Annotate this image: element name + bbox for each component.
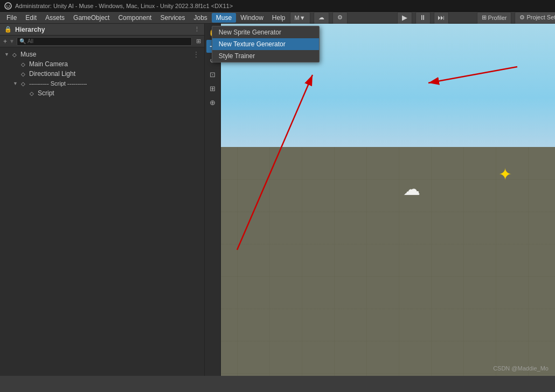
menu-file[interactable]: File [2,13,21,23]
hierarchy-header: 🔒 Hierarchy ⋮ [0,24,204,36]
step-icon: ⏭ [438,13,445,22]
hierarchy-search[interactable]: 🔍 All [17,37,192,46]
main-layout: 🔒 Hierarchy ⋮ + ▼ 🔍 All ⊞ ▼ ◇ Muse ⋮ [0,24,555,376]
hierarchy-title: Hierarchy [15,26,45,33]
title-bar: U Administrator: Unity AI - Muse - Windo… [0,0,555,12]
camera-node-icon: ◇ [19,60,27,68]
account-label: M▼ [295,15,306,21]
settings-button[interactable]: ⚙ [332,12,348,24]
project-settings-button[interactable]: ⚙ Project Settings [515,12,555,24]
menu-edit[interactable]: Edit [21,13,41,23]
script-sep-icon: ◇ [19,80,27,87]
menu-bar: File Edit Assets GameObject Component Se… [0,12,555,24]
search-placeholder: All [27,38,33,44]
pause-button[interactable]: ⏸ [415,12,431,24]
hierarchy-panel: 🔒 Hierarchy ⋮ + ▼ 🔍 All ⊞ ▼ ◇ Muse ⋮ [0,24,205,376]
title-bar-text: Administrator: Unity AI - Muse - Windows… [15,3,233,9]
dropdown-style-trainer[interactable]: Style Trainer [212,50,319,62]
light-node-icon: ◇ [19,70,27,78]
cloud-decoration: ☁ [403,179,420,199]
play-button[interactable]: ▶ [397,12,412,24]
scene-toolbar: ✋ ✛ ↺ ⊡ ⊞ ⊕ [205,24,221,376]
menu-jobs[interactable]: Jobs [189,13,211,23]
tree-item-script[interactable]: ◇ Script [0,88,204,98]
cloud-icon: ☁ [318,14,324,21]
add-icon[interactable]: + [3,38,7,45]
pause-icon: ⏸ [419,13,426,22]
muse-node-label: Muse [20,51,36,58]
sun-decoration: ✦ [498,165,512,184]
profiler-icon: ⊞ [482,14,487,21]
muse-node-dots[interactable]: ⋮ [192,50,200,59]
tree-item-script-separator[interactable]: ▼ ◇ ---------- Script ---------- [0,79,204,88]
project-settings-label: ⚙ Project Settings [519,14,555,21]
muse-dropdown: New Sprite Generator New Texture Generat… [212,26,320,62]
scene-icon[interactable]: ⊞ [196,38,201,45]
dropdown-new-texture-gen[interactable]: New Texture Generator [212,38,319,50]
menu-muse[interactable]: Muse [212,13,236,23]
svg-text:U: U [6,4,10,9]
menu-help[interactable]: Help [268,13,290,23]
settings-icon: ⚙ [337,14,343,21]
unity-icon: U [4,2,12,10]
script-node-icon: ◇ [28,89,36,97]
tree-arrow-muse: ▼ [4,52,11,57]
camera-node-label: Main Camera [29,60,68,68]
tree-item-muse[interactable]: ▼ ◇ Muse ⋮ [0,50,204,59]
menu-window[interactable]: Window [236,13,268,23]
script-sep-label: ---------- Script ---------- [29,80,87,87]
muse-menu-container: Muse New Sprite Generator New Texture Ge… [212,14,236,22]
tree-item-main-camera[interactable]: ◇ Main Camera [0,59,204,69]
scale-tool-button[interactable]: ⊡ [206,68,219,81]
dropdown-new-sprite-gen[interactable]: New Sprite Generator [212,26,319,38]
menu-gameobject[interactable]: GameObject [69,13,114,23]
step-button[interactable]: ⏭ [434,12,449,24]
scene-panel: ☁ ✦ ✋ ✛ ↺ ⊡ ⊞ ⊕ [205,24,555,376]
hierarchy-lock-icon[interactable]: 🔒 [4,26,12,33]
menu-services[interactable]: Services [156,13,189,23]
profiler-label: Profiler [488,15,507,21]
watermark: CSDN @Maddie_Mo [493,365,549,372]
account-button[interactable]: M▼ [290,12,310,24]
tree-arrow-script-sep: ▼ [13,81,19,86]
light-node-label: Directional Light [29,70,75,78]
profiler-button[interactable]: ⊞ Profiler [477,12,512,24]
menu-component[interactable]: Component [114,13,156,23]
hierarchy-more-icon[interactable]: ⋮ [194,26,200,33]
hierarchy-content: ▼ ◇ Muse ⋮ ◇ Main Camera ◇ Directional L… [0,47,204,376]
cloud-button[interactable]: ☁ [314,12,329,24]
script-node-label: Script [38,89,54,97]
muse-node-icon: ◇ [11,51,18,58]
rect-tool-button[interactable]: ⊞ [206,82,219,95]
menu-assets[interactable]: Assets [41,13,69,23]
tree-item-directional-light[interactable]: ◇ Directional Light [0,69,204,79]
play-icon: ▶ [402,13,407,22]
scene-canvas: ☁ ✦ ✋ ✛ ↺ ⊡ ⊞ ⊕ [205,24,555,376]
toolbar-right: M▼ ☁ ⚙ ▶ ⏸ ⏭ ⊞ Profiler ⚙ Project Settin… [290,12,555,24]
hierarchy-toolbar: + ▼ 🔍 All ⊞ [0,36,204,47]
transform-tool-button[interactable]: ⊕ [206,96,219,109]
